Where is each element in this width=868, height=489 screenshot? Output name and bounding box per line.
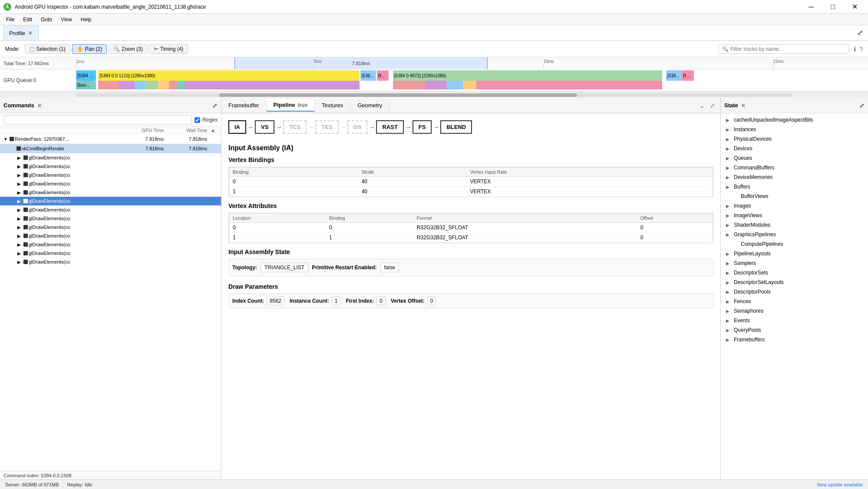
tab-textures[interactable]: Textures <box>315 99 350 111</box>
table-row[interactable]: ▶ glDrawElements(co <box>0 162 221 171</box>
expand-arrow-3[interactable]: ▶ <box>17 164 23 169</box>
expand-arrow-14[interactable]: ▶ <box>17 260 23 264</box>
pipeline-stage-fs[interactable]: FS <box>413 120 432 134</box>
state-item-shader-modules[interactable]: ▶ ShaderModules <box>721 220 868 230</box>
expand-arrow-8[interactable]: ▶ <box>17 208 23 212</box>
vertex-bindings-table-container[interactable]: Binding Stride Vertex Input Rate 0 40 VE… <box>228 167 713 197</box>
table-row[interactable]: ▶ glDrawElements(co <box>0 188 221 197</box>
table-row[interactable]: ▶ glDrawElements(co <box>0 205 221 214</box>
menu-file[interactable]: File <box>2 15 19 24</box>
state-item-compute-pipelines[interactable]: ComputePipelines <box>721 239 868 249</box>
track-block-r2[interactable]: [538... <box>666 70 682 81</box>
table-row[interactable]: ▶ glDrawElements(co <box>0 214 221 223</box>
expand-arrow-5[interactable]: ▶ <box>17 182 23 186</box>
state-item-fences[interactable]: ▶ Fences <box>721 297 868 306</box>
state-panel-close-icon[interactable]: ✕ <box>741 102 746 109</box>
table-row[interactable]: ▼ RenderPass: 12970367... 7.818ms 7.818m… <box>0 134 221 144</box>
tab-dropdown-icon[interactable]: ⌄ <box>698 101 706 110</box>
state-item-events[interactable]: ▶ Events <box>721 316 868 325</box>
state-item-descriptor-set-layouts[interactable]: ▶ DescriptorSetLayouts <box>721 278 868 287</box>
pipeline-stage-vs[interactable]: VS <box>255 120 274 134</box>
expand-arrow-7[interactable]: ▶ <box>17 199 23 204</box>
profile-tab[interactable]: Profile ✕ <box>3 26 39 40</box>
tab-pipeline[interactable]: Pipeline true <box>267 99 315 112</box>
track-block-0[interactable]: [5384 0... <box>76 70 96 81</box>
pipeline-stage-tes[interactable]: TES <box>315 120 338 134</box>
state-item-pipeline-layouts[interactable]: ▶ PipelineLayouts <box>721 249 868 258</box>
menu-goto[interactable]: Goto <box>36 15 56 24</box>
ruler-area[interactable]: 1ms 7.818ms 5ms 10ms 15ms <box>76 57 868 69</box>
state-item-framebuffers[interactable]: ▶ Framebuffers <box>721 335 868 344</box>
expand-arrow-12[interactable]: ▶ <box>17 242 23 247</box>
expand-arrow-6[interactable]: ▶ <box>17 190 23 195</box>
track-block-render1[interactable]: Render <box>377 70 389 81</box>
timing-mode-button[interactable]: ⊢ Timing (4) <box>149 44 188 54</box>
close-button[interactable]: ✕ <box>845 0 865 14</box>
profile-expand-icon[interactable]: ⤢ <box>855 27 865 39</box>
state-expand-icon[interactable]: ⤢ <box>859 102 865 109</box>
menu-help[interactable]: Help <box>76 15 96 24</box>
state-item-query-pools[interactable]: ▶ QueryPools <box>721 325 868 335</box>
list-item[interactable]: 1 1 R32G32B32_SFLOAT 0 <box>229 233 713 243</box>
track-block-green[interactable]: [5384 0 4672] (2280x1080) <box>393 70 662 81</box>
table-row[interactable]: ▶ glDrawElements(co <box>0 197 221 205</box>
state-item-cachedUnpacked[interactable]: ▶ cachedUnpackedImageAspectBits <box>721 115 868 125</box>
state-item-descriptor-pools[interactable]: ▶ DescriptorPools <box>721 287 868 297</box>
table-row[interactable]: ▶ glDrawElements(co <box>0 171 221 179</box>
pipeline-stage-rast[interactable]: RAST <box>376 120 403 134</box>
scroll-thumb[interactable] <box>219 93 578 97</box>
expand-arrow-9[interactable]: ▶ <box>17 216 23 221</box>
table-row[interactable]: ▶ glDrawElements(co <box>0 249 221 258</box>
gpu-queue-track[interactable]: [5384 0... Binn... [5384 0 0 1110] (2280… <box>76 69 868 91</box>
expand-arrow-10[interactable]: ▶ <box>17 225 23 230</box>
table-row[interactable]: ▶ glDrawElements(co <box>0 231 221 240</box>
track-block-render2[interactable]: Render <box>682 70 693 81</box>
minimize-button[interactable]: ─ <box>801 0 821 14</box>
state-item-buffer-views[interactable]: BufferViews <box>721 192 868 201</box>
state-item-command-buffers[interactable]: ▶ CommandBuffers <box>721 163 868 172</box>
state-item-instances[interactable]: ▶ Instances <box>721 125 868 134</box>
maximize-button[interactable]: □ <box>823 0 843 14</box>
state-item-samplers[interactable]: ▶ Samplers <box>721 258 868 268</box>
state-item-semaphores[interactable]: ▶ Semaphores <box>721 306 868 316</box>
update-available-link[interactable]: New update available <box>817 482 863 487</box>
pipeline-stage-gs[interactable]: GS <box>347 120 368 134</box>
track-block-r1[interactable]: [538... <box>360 70 376 81</box>
table-row[interactable]: ▶ glDrawElements(co <box>0 258 221 266</box>
pipeline-tab-close-icon[interactable]: true <box>297 102 307 108</box>
state-item-queues[interactable]: ▶ Queues <box>721 153 868 163</box>
list-item[interactable]: 0 40 VERTEX <box>229 177 713 187</box>
state-item-image-views[interactable]: ▶ ImageViews <box>721 211 868 220</box>
commands-search-input[interactable] <box>3 115 192 125</box>
vertex-attributes-table-container[interactable]: Location Binding Format Offset 0 0 R32G3… <box>228 213 713 243</box>
zoom-mode-button[interactable]: 🔍 Zoom (3) <box>109 44 148 54</box>
expand-arrow-13[interactable]: ▶ <box>17 251 23 256</box>
state-item-buffers[interactable]: ▶ Buffers <box>721 182 868 192</box>
track-block-0b[interactable]: Binn... <box>76 81 96 89</box>
list-item[interactable]: 0 0 R32G32B32_SFLOAT 0 <box>229 223 713 233</box>
help-icon[interactable]: ? <box>859 46 863 53</box>
pipeline-stage-tcs[interactable]: TCS <box>283 120 307 134</box>
state-item-images[interactable]: ▶ Images <box>721 201 868 211</box>
regex-checkbox[interactable] <box>195 117 200 123</box>
state-item-device-memories[interactable]: ▶ DeviceMemories <box>721 172 868 182</box>
table-row[interactable]: ▶ glDrawElements(co <box>0 179 221 188</box>
tab-framebuffer[interactable]: Framebuffer <box>221 99 267 111</box>
regex-checkbox-label[interactable]: Regex <box>195 117 218 123</box>
table-row[interactable]: ▶ glDrawElements(co <box>0 223 221 231</box>
expand-arrow-4[interactable]: ▶ <box>17 173 23 178</box>
tab-geometry[interactable]: Geometry <box>350 99 389 111</box>
pipeline-stage-ia[interactable]: IA <box>228 120 246 134</box>
profile-tab-close-icon[interactable]: ✕ <box>28 30 33 36</box>
table-row[interactable]: vkCmdBeginRender 7.818ms 7.818ms <box>0 144 221 153</box>
state-item-graphics-pipelines[interactable]: ▶ GraphicsPipelines <box>721 230 868 239</box>
table-row[interactable]: ▶ glDrawElements(co <box>0 240 221 249</box>
track-block-main[interactable]: [5384 0 0 1110] (2280x1080) <box>98 70 360 81</box>
state-item-physical-devices[interactable]: ▶ PhysicalDevices <box>721 134 868 144</box>
state-item-descriptor-sets[interactable]: ▶ DescriptorSets <box>721 268 868 278</box>
commands-expand-icon[interactable]: ⤢ <box>212 102 218 109</box>
table-row[interactable]: ▶ glDrawElements(co <box>0 153 221 162</box>
selection-mode-button[interactable]: ⬚ Selection (1) <box>25 44 70 54</box>
commands-panel-close-icon[interactable]: ✕ <box>37 102 42 109</box>
pipeline-stage-blend[interactable]: BLEND <box>440 120 472 134</box>
